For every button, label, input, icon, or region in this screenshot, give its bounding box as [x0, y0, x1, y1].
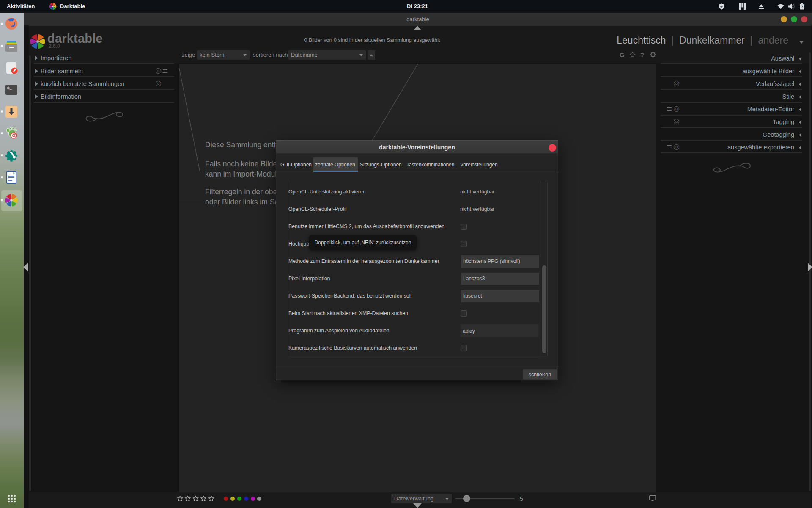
svg-text:$_: $_: [7, 86, 12, 91]
svg-text:?: ?: [801, 5, 804, 9]
